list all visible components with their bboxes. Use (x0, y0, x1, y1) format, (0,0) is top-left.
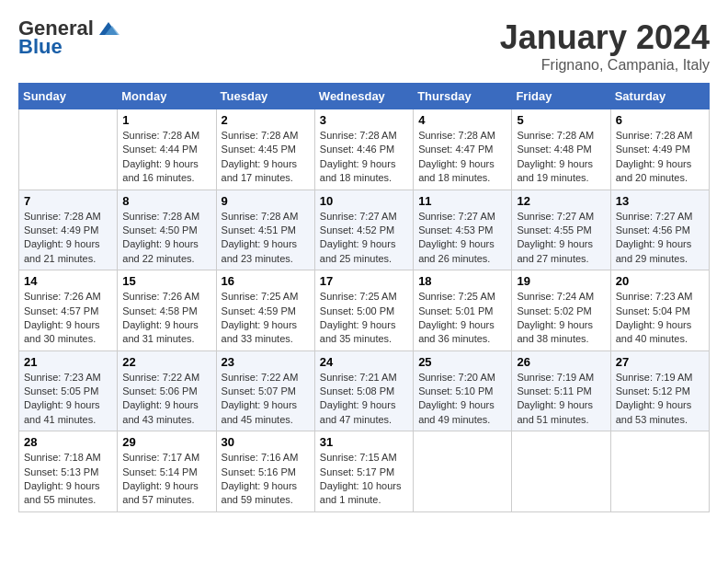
day-info: Sunrise: 7:28 AM Sunset: 4:44 PM Dayligh… (122, 129, 210, 186)
calendar-cell: 11Sunrise: 7:27 AM Sunset: 4:53 PM Dayli… (414, 190, 512, 270)
column-header-saturday: Saturday (610, 84, 709, 109)
day-info: Sunrise: 7:28 AM Sunset: 4:48 PM Dayligh… (517, 129, 605, 186)
day-number: 16 (222, 274, 310, 288)
day-info: Sunrise: 7:24 AM Sunset: 5:02 PM Dayligh… (517, 290, 605, 347)
calendar-cell: 18Sunrise: 7:25 AM Sunset: 5:01 PM Dayli… (414, 270, 512, 351)
calendar-cell: 29Sunrise: 7:17 AM Sunset: 5:14 PM Dayli… (118, 431, 216, 512)
day-info: Sunrise: 7:28 AM Sunset: 4:45 PM Dayligh… (222, 129, 310, 186)
day-info: Sunrise: 7:16 AM Sunset: 5:16 PM Dayligh… (222, 451, 310, 508)
week-row-2: 7Sunrise: 7:28 AM Sunset: 4:49 PM Daylig… (19, 190, 710, 270)
day-info: Sunrise: 7:28 AM Sunset: 4:47 PM Dayligh… (418, 129, 506, 186)
day-number: 21 (24, 355, 112, 369)
calendar-cell: 15Sunrise: 7:26 AM Sunset: 4:58 PM Dayli… (118, 270, 216, 351)
column-header-monday: Monday (118, 84, 216, 109)
day-number: 23 (222, 355, 310, 369)
day-info: Sunrise: 7:17 AM Sunset: 5:14 PM Dayligh… (122, 451, 210, 508)
day-info: Sunrise: 7:27 AM Sunset: 4:56 PM Dayligh… (616, 210, 704, 267)
day-number: 20 (616, 274, 704, 288)
day-number: 29 (122, 435, 210, 449)
column-header-wednesday: Wednesday (314, 84, 413, 109)
calendar-cell: 22Sunrise: 7:22 AM Sunset: 5:06 PM Dayli… (118, 350, 216, 431)
day-info: Sunrise: 7:19 AM Sunset: 5:12 PM Dayligh… (616, 371, 704, 428)
day-info: Sunrise: 7:27 AM Sunset: 4:55 PM Dayligh… (517, 210, 605, 267)
page-header: General Blue January 2024 Frignano, Camp… (18, 18, 710, 74)
day-number: 1 (122, 113, 210, 127)
calendar-cell: 24Sunrise: 7:21 AM Sunset: 5:08 PM Dayli… (314, 350, 413, 431)
day-number: 7 (24, 194, 112, 208)
calendar-cell: 28Sunrise: 7:18 AM Sunset: 5:13 PM Dayli… (19, 431, 118, 512)
day-info: Sunrise: 7:28 AM Sunset: 4:49 PM Dayligh… (616, 129, 704, 186)
calendar-cell: 20Sunrise: 7:23 AM Sunset: 5:04 PM Dayli… (610, 270, 709, 351)
day-number: 27 (616, 355, 704, 369)
column-header-thursday: Thursday (414, 84, 512, 109)
calendar-cell: 3Sunrise: 7:28 AM Sunset: 4:46 PM Daylig… (314, 109, 413, 190)
day-info: Sunrise: 7:23 AM Sunset: 5:04 PM Dayligh… (616, 290, 704, 347)
day-number: 18 (418, 274, 506, 288)
calendar-cell: 30Sunrise: 7:16 AM Sunset: 5:16 PM Dayli… (216, 431, 314, 512)
day-number: 17 (320, 274, 408, 288)
calendar-cell: 1Sunrise: 7:28 AM Sunset: 4:44 PM Daylig… (118, 109, 216, 190)
day-number: 14 (24, 274, 112, 288)
day-number: 9 (222, 194, 310, 208)
day-number: 12 (517, 194, 605, 208)
calendar-cell: 7Sunrise: 7:28 AM Sunset: 4:49 PM Daylig… (19, 190, 118, 270)
title-block: January 2024 Frignano, Campania, Italy (500, 18, 710, 74)
day-number: 8 (122, 194, 210, 208)
calendar-cell: 14Sunrise: 7:26 AM Sunset: 4:57 PM Dayli… (19, 270, 118, 351)
day-info: Sunrise: 7:21 AM Sunset: 5:08 PM Dayligh… (320, 371, 408, 428)
day-info: Sunrise: 7:28 AM Sunset: 4:46 PM Dayligh… (320, 129, 408, 186)
day-info: Sunrise: 7:15 AM Sunset: 5:17 PM Dayligh… (320, 451, 408, 508)
calendar-header-row: SundayMondayTuesdayWednesdayThursdayFrid… (19, 84, 710, 109)
day-info: Sunrise: 7:20 AM Sunset: 5:10 PM Dayligh… (418, 371, 506, 428)
day-number: 30 (222, 435, 310, 449)
calendar-cell: 21Sunrise: 7:23 AM Sunset: 5:05 PM Dayli… (19, 350, 118, 431)
calendar-cell: 27Sunrise: 7:19 AM Sunset: 5:12 PM Dayli… (610, 350, 709, 431)
day-info: Sunrise: 7:19 AM Sunset: 5:11 PM Dayligh… (517, 371, 605, 428)
day-info: Sunrise: 7:25 AM Sunset: 4:59 PM Dayligh… (222, 290, 310, 347)
column-header-friday: Friday (512, 84, 610, 109)
day-info: Sunrise: 7:26 AM Sunset: 4:58 PM Dayligh… (122, 290, 210, 347)
calendar-cell: 8Sunrise: 7:28 AM Sunset: 4:50 PM Daylig… (118, 190, 216, 270)
day-number: 10 (320, 194, 408, 208)
day-number: 26 (517, 355, 605, 369)
day-number: 5 (517, 113, 605, 127)
day-info: Sunrise: 7:23 AM Sunset: 5:05 PM Dayligh… (24, 371, 112, 428)
day-number: 11 (418, 194, 506, 208)
day-info: Sunrise: 7:26 AM Sunset: 4:57 PM Dayligh… (24, 290, 112, 347)
column-header-sunday: Sunday (19, 84, 118, 109)
week-row-3: 14Sunrise: 7:26 AM Sunset: 4:57 PM Dayli… (19, 270, 710, 351)
day-info: Sunrise: 7:25 AM Sunset: 5:01 PM Dayligh… (418, 290, 506, 347)
day-info: Sunrise: 7:22 AM Sunset: 5:07 PM Dayligh… (222, 371, 310, 428)
day-info: Sunrise: 7:22 AM Sunset: 5:06 PM Dayligh… (122, 371, 210, 428)
calendar-cell: 12Sunrise: 7:27 AM Sunset: 4:55 PM Dayli… (512, 190, 610, 270)
day-number: 22 (122, 355, 210, 369)
logo-icon (96, 18, 121, 39)
location-title: Frignano, Campania, Italy (500, 57, 710, 74)
calendar-cell: 26Sunrise: 7:19 AM Sunset: 5:11 PM Dayli… (512, 350, 610, 431)
day-info: Sunrise: 7:28 AM Sunset: 4:51 PM Dayligh… (222, 210, 310, 267)
calendar-table: SundayMondayTuesdayWednesdayThursdayFrid… (18, 83, 710, 512)
logo: General Blue (18, 18, 121, 59)
calendar-cell: 31Sunrise: 7:15 AM Sunset: 5:17 PM Dayli… (314, 431, 413, 512)
day-info: Sunrise: 7:18 AM Sunset: 5:13 PM Dayligh… (24, 451, 112, 508)
day-info: Sunrise: 7:25 AM Sunset: 5:00 PM Dayligh… (320, 290, 408, 347)
calendar-cell: 6Sunrise: 7:28 AM Sunset: 4:49 PM Daylig… (610, 109, 709, 190)
calendar-cell (414, 431, 512, 512)
column-header-tuesday: Tuesday (216, 84, 314, 109)
calendar-cell: 9Sunrise: 7:28 AM Sunset: 4:51 PM Daylig… (216, 190, 314, 270)
calendar-cell (610, 431, 709, 512)
day-number: 28 (24, 435, 112, 449)
calendar-cell: 2Sunrise: 7:28 AM Sunset: 4:45 PM Daylig… (216, 109, 314, 190)
day-info: Sunrise: 7:27 AM Sunset: 4:53 PM Dayligh… (418, 210, 506, 267)
calendar-cell: 19Sunrise: 7:24 AM Sunset: 5:02 PM Dayli… (512, 270, 610, 351)
day-info: Sunrise: 7:28 AM Sunset: 4:50 PM Dayligh… (122, 210, 210, 267)
calendar-cell: 10Sunrise: 7:27 AM Sunset: 4:52 PM Dayli… (314, 190, 413, 270)
day-number: 19 (517, 274, 605, 288)
week-row-1: 1Sunrise: 7:28 AM Sunset: 4:44 PM Daylig… (19, 109, 710, 190)
day-number: 4 (418, 113, 506, 127)
calendar-cell: 25Sunrise: 7:20 AM Sunset: 5:10 PM Dayli… (414, 350, 512, 431)
day-info: Sunrise: 7:27 AM Sunset: 4:52 PM Dayligh… (320, 210, 408, 267)
week-row-4: 21Sunrise: 7:23 AM Sunset: 5:05 PM Dayli… (19, 350, 710, 431)
day-number: 6 (616, 113, 704, 127)
week-row-5: 28Sunrise: 7:18 AM Sunset: 5:13 PM Dayli… (19, 431, 710, 512)
